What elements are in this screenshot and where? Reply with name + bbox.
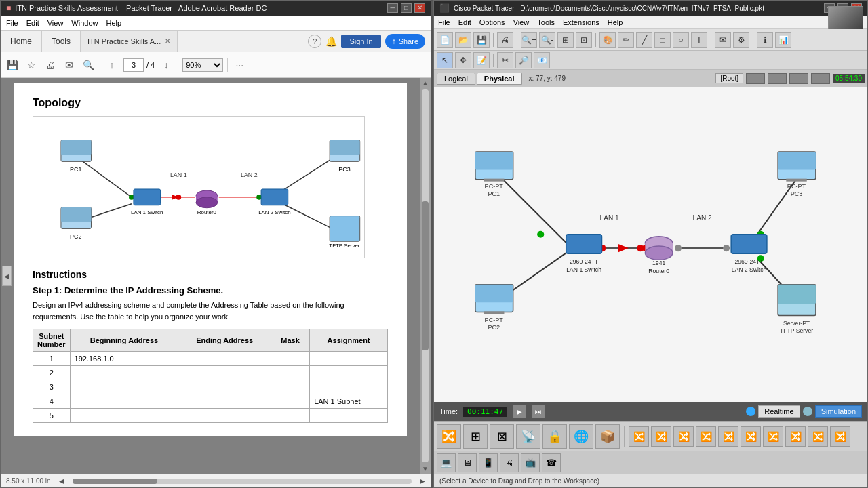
device-small-8[interactable]: 🔀: [785, 426, 806, 447]
tab-document[interactable]: ITN Practice Skills A... ✕: [81, 30, 178, 52]
minimize-button[interactable]: ─: [387, 3, 398, 13]
pt-tool-save[interactable]: 💾: [473, 32, 490, 48]
pt-menu-tools[interactable]: Tools: [537, 18, 555, 26]
scroll-right-arrow[interactable]: ▶: [420, 477, 425, 485]
pt-inspect-tool[interactable]: 🔎: [515, 52, 532, 68]
save-icon[interactable]: 💾: [5, 58, 20, 73]
pt-tool-fit[interactable]: ⊞: [557, 32, 574, 48]
device-end-3[interactable]: 📱: [479, 453, 498, 472]
device-end-5[interactable]: 📺: [521, 453, 540, 472]
device-wan[interactable]: 🌐: [569, 424, 593, 449]
device-security[interactable]: 🔒: [542, 424, 567, 449]
pt-menu-file[interactable]: File: [438, 18, 450, 26]
pt-menu-edit[interactable]: Edit: [458, 18, 471, 26]
help-icon[interactable]: ?: [308, 35, 321, 48]
device-small-1[interactable]: 🔀: [629, 426, 649, 447]
tab-home[interactable]: Home: [1, 30, 42, 52]
device-end-4[interactable]: 🖨: [500, 453, 519, 472]
pt-canvas[interactable]: PC-PT PC1 PC-PT PC2 PC-PT PC3 2960-24TT …: [434, 87, 867, 402]
device-end-6[interactable]: ☎: [542, 453, 561, 472]
device-end-1[interactable]: 💻: [437, 453, 456, 472]
device-end-2[interactable]: 🖥: [458, 453, 477, 472]
close-button[interactable]: ✕: [414, 3, 425, 13]
pt-pdu-tool[interactable]: 📧: [534, 52, 550, 68]
device-small-5[interactable]: 🔀: [718, 426, 738, 447]
document-tab-close[interactable]: ✕: [165, 37, 170, 45]
h-scroll-track[interactable]: [73, 479, 412, 484]
pt-zoom-btn-4[interactable]: [811, 73, 830, 84]
pt-tool-zoom-in[interactable]: 🔍+: [521, 32, 537, 48]
device-switch[interactable]: ⊞: [463, 424, 488, 449]
scroll-up-arrow[interactable]: ▲: [422, 79, 429, 87]
menu-help[interactable]: Help: [106, 19, 121, 27]
page-number-input[interactable]: [123, 58, 144, 72]
search-icon[interactable]: 🔍: [81, 58, 96, 73]
pt-root-button[interactable]: [Root]: [715, 73, 743, 83]
tab-tools[interactable]: Tools: [42, 30, 81, 52]
pt-tool-more1[interactable]: ✉: [715, 32, 731, 48]
pt-forward-button[interactable]: ⏭: [532, 405, 545, 418]
pt-menu-view[interactable]: View: [513, 18, 530, 26]
pt-menu-help[interactable]: Help: [608, 18, 623, 26]
device-small-10[interactable]: 🔀: [830, 426, 850, 447]
scroll-left-arrow[interactable]: ◀: [59, 477, 64, 485]
pt-move-tool[interactable]: ✥: [455, 52, 471, 68]
pt-zoom-btn-2[interactable]: [768, 73, 787, 84]
print-icon[interactable]: 🖨: [43, 58, 58, 73]
pt-tool-new[interactable]: 📄: [437, 32, 453, 48]
pt-menu-extensions[interactable]: Extensions: [563, 18, 599, 26]
menu-view[interactable]: View: [47, 19, 64, 27]
pdf-scroll[interactable]: Topology: [1, 78, 420, 474]
prev-page-icon[interactable]: ↑: [104, 58, 119, 73]
pt-zoom-btn-3[interactable]: [789, 73, 808, 84]
pt-delete-tool[interactable]: ✂: [497, 52, 513, 68]
pt-tool-rect[interactable]: □: [654, 32, 671, 48]
device-custom[interactable]: 📦: [595, 424, 620, 449]
sign-in-button[interactable]: Sign In: [341, 35, 380, 48]
menu-window[interactable]: Window: [71, 19, 98, 27]
pt-tool-ellipse[interactable]: ○: [673, 32, 689, 48]
device-hub[interactable]: ⊠: [490, 424, 514, 449]
tab-logical[interactable]: Logical: [437, 73, 475, 85]
bell-icon[interactable]: 🔔: [326, 36, 337, 47]
device-small-2[interactable]: 🔀: [651, 426, 671, 447]
simulation-button[interactable]: Simulation: [815, 405, 862, 418]
pt-tool-label[interactable]: T: [691, 32, 707, 48]
pt-tool-more3[interactable]: ℹ: [757, 32, 773, 48]
restore-button[interactable]: □: [401, 3, 412, 13]
device-small-9[interactable]: 🔀: [808, 426, 828, 447]
pt-select-tool[interactable]: ↖: [437, 52, 453, 68]
pt-tool-zoom-out[interactable]: 🔍-: [539, 32, 555, 48]
pt-tool-open[interactable]: 📂: [455, 32, 471, 48]
pt-menu-options[interactable]: Options: [479, 18, 505, 26]
pt-tool-color[interactable]: 🎨: [599, 32, 616, 48]
device-wireless[interactable]: 📡: [516, 424, 540, 449]
device-small-3[interactable]: 🔀: [673, 426, 694, 447]
pt-play-button[interactable]: ▶: [513, 405, 526, 418]
pt-zoom-btn-1[interactable]: [746, 73, 765, 84]
zoom-select[interactable]: 90% 75% 100% 125%: [182, 58, 223, 72]
pt-tool-pencil[interactable]: ✏: [618, 32, 634, 48]
device-router[interactable]: 🔀: [437, 424, 461, 449]
scroll-down-arrow[interactable]: ▼: [422, 465, 429, 472]
realtime-button[interactable]: Realtime: [758, 405, 800, 418]
device-small-4[interactable]: 🔀: [696, 426, 716, 447]
pdf-scrollbar[interactable]: ▲ ▼: [420, 78, 431, 474]
share-button[interactable]: ↑ Share: [385, 34, 425, 49]
pt-tool-print[interactable]: 🖨: [497, 32, 513, 48]
device-small-7[interactable]: 🔀: [763, 426, 783, 447]
pt-note-tool[interactable]: 📝: [473, 52, 490, 68]
tab-physical[interactable]: Physical: [477, 73, 522, 85]
pt-tool-zoom-reset[interactable]: ⊡: [576, 32, 592, 48]
pt-tool-more2[interactable]: ⚙: [733, 32, 749, 48]
menu-edit[interactable]: Edit: [26, 19, 39, 27]
bookmark-icon[interactable]: ☆: [24, 58, 39, 73]
pdf-expand-arrow[interactable]: ◀: [2, 266, 12, 286]
next-page-icon[interactable]: ↓: [159, 58, 174, 73]
menu-file[interactable]: File: [6, 19, 18, 27]
email-icon[interactable]: ✉: [62, 58, 77, 73]
pt-tool-line[interactable]: ╱: [636, 32, 652, 48]
more-icon[interactable]: ···: [232, 58, 247, 73]
pt-tool-more4[interactable]: 📊: [775, 32, 791, 48]
device-small-6[interactable]: 🔀: [741, 426, 761, 447]
